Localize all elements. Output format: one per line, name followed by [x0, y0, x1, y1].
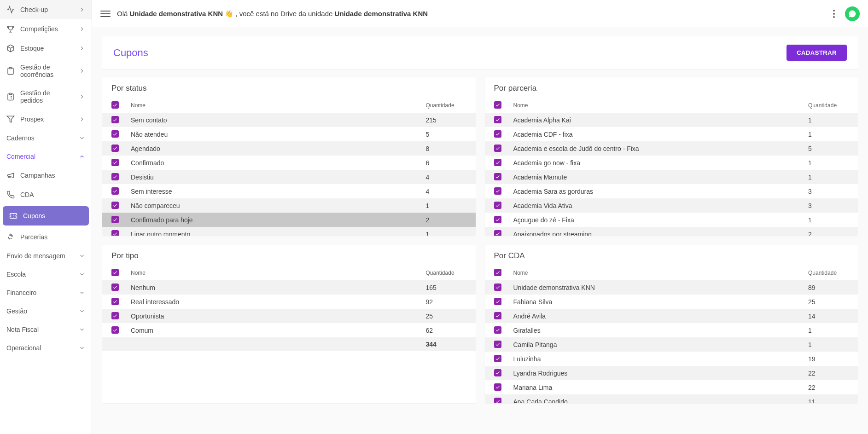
- sidebar-section-gest-o[interactable]: Gestão: [0, 302, 92, 320]
- row-checkbox[interactable]: [494, 187, 501, 195]
- row-checkbox[interactable]: [494, 145, 501, 152]
- table-row[interactable]: Confirmado para hoje2: [102, 213, 476, 227]
- page-header: Cupons CADASTRAR: [102, 36, 858, 69]
- sidebar-section-escola[interactable]: Escola: [0, 265, 92, 284]
- sidebar-item-parcerias[interactable]: Parcerias: [0, 227, 92, 247]
- row-qty: 215: [420, 113, 476, 127]
- checkbox-header[interactable]: [111, 101, 119, 109]
- row-checkbox[interactable]: [111, 159, 119, 166]
- sidebar-item-campanhas[interactable]: Campanhas: [0, 166, 92, 185]
- row-checkbox[interactable]: [494, 298, 501, 305]
- row-checkbox[interactable]: [494, 159, 501, 166]
- table-row[interactable]: Comum62: [102, 323, 476, 337]
- sidebar-item-cupons[interactable]: Cupons: [3, 206, 89, 226]
- whatsapp-icon[interactable]: [845, 6, 860, 21]
- table-row[interactable]: Não atendeu5: [102, 127, 476, 141]
- row-checkbox[interactable]: [494, 202, 501, 209]
- sidebar-item-estoque[interactable]: Estoque: [0, 39, 92, 58]
- table-row[interactable]: Ligar outro momento1: [102, 227, 476, 236]
- table-row[interactable]: Açougue do zé - Fixa1: [485, 213, 858, 227]
- row-checkbox[interactable]: [111, 187, 119, 195]
- row-checkbox[interactable]: [111, 173, 119, 180]
- sidebar-section-comercial[interactable]: Comercial: [0, 147, 92, 166]
- table-container-tipo[interactable]: Nome Quantidade Nenhum165Real interessad…: [102, 265, 476, 351]
- table-row[interactable]: Academia Sara as gorduras3: [485, 184, 858, 198]
- table-row[interactable]: Academia CDF - fixa1: [485, 127, 858, 141]
- table-row[interactable]: Apaixonados por streaming2: [485, 227, 858, 236]
- sidebar-section-nota-fiscal[interactable]: Nota Fiscal: [0, 320, 92, 339]
- table-row[interactable]: Desistiu4: [102, 170, 476, 184]
- row-checkbox[interactable]: [494, 173, 501, 180]
- row-checkbox[interactable]: [494, 116, 501, 123]
- table-row[interactable]: Academia Alpha Kai1: [485, 113, 858, 127]
- table-row[interactable]: Sem interesse4: [102, 184, 476, 198]
- row-checkbox[interactable]: [494, 398, 501, 403]
- sidebar-item-gest-o-de-pedidos[interactable]: Gestão de pedidos: [0, 84, 92, 110]
- checkbox-header[interactable]: [494, 101, 501, 109]
- row-checkbox[interactable]: [111, 116, 119, 123]
- table-row[interactable]: Fabiana Silva25: [485, 295, 858, 309]
- hamburger-menu-icon[interactable]: [100, 9, 111, 19]
- kebab-menu-icon[interactable]: [829, 10, 839, 18]
- table-row[interactable]: Luluzinha19: [485, 352, 858, 366]
- row-checkbox[interactable]: [111, 130, 119, 138]
- sidebar-section-envio-de-mensagem[interactable]: Envio de mensagem: [0, 247, 92, 265]
- table-row[interactable]: Ana Carla Candido11: [485, 394, 858, 403]
- row-checkbox[interactable]: [494, 312, 501, 319]
- row-checkbox[interactable]: [494, 341, 501, 348]
- sidebar-item-prospex[interactable]: Prospex: [0, 110, 92, 129]
- sidebar-item-label: Parcerias: [20, 233, 85, 241]
- row-checkbox[interactable]: [494, 230, 501, 236]
- sidebar-item-gest-o-de-ocorr-ncias[interactable]: Gestão de ocorrências: [0, 58, 92, 84]
- row-checkbox[interactable]: [494, 130, 501, 138]
- checkbox-header[interactable]: [111, 269, 119, 276]
- table-row[interactable]: Real interessado92: [102, 295, 476, 309]
- checkbox-header[interactable]: [494, 269, 501, 276]
- table-row[interactable]: Academia Mamute1: [485, 170, 858, 184]
- sidebar-item-check-up[interactable]: Check-up: [0, 0, 92, 19]
- sidebar-section-cadernos[interactable]: Cadernos: [0, 129, 92, 147]
- table-container-parceria[interactable]: Nome Quantidade Academia Alpha Kai1Acade…: [485, 98, 858, 236]
- table-row[interactable]: Unidade demonstrativa KNN89: [485, 280, 858, 295]
- row-checkbox[interactable]: [111, 230, 119, 236]
- table-row[interactable]: Não compareceu1: [102, 198, 476, 213]
- cadastrar-button[interactable]: CADASTRAR: [786, 45, 847, 61]
- table-row[interactable]: Girafalles1: [485, 323, 858, 337]
- row-qty: 19: [803, 352, 858, 366]
- row-checkbox[interactable]: [111, 202, 119, 209]
- row-checkbox[interactable]: [494, 383, 501, 391]
- row-checkbox[interactable]: [494, 355, 501, 362]
- row-checkbox[interactable]: [111, 312, 119, 319]
- row-qty: 14: [803, 309, 858, 323]
- table-row[interactable]: André Avila14: [485, 309, 858, 323]
- row-name: Academia Alpha Kai: [508, 113, 803, 127]
- megaphone-icon: [6, 171, 15, 179]
- table-row[interactable]: Confirmado6: [102, 156, 476, 170]
- row-checkbox[interactable]: [494, 284, 501, 291]
- row-checkbox[interactable]: [111, 145, 119, 152]
- table-row[interactable]: Camila Pitanga1: [485, 337, 858, 352]
- row-checkbox[interactable]: [111, 298, 119, 305]
- row-checkbox[interactable]: [494, 369, 501, 376]
- row-checkbox[interactable]: [111, 326, 119, 334]
- row-checkbox[interactable]: [494, 326, 501, 334]
- sidebar-item-cda[interactable]: CDA: [0, 185, 92, 204]
- table-row[interactable]: Academia e escola de Judô do centro - Fi…: [485, 141, 858, 156]
- row-checkbox[interactable]: [111, 216, 119, 223]
- table-row[interactable]: Mariana Lima22: [485, 380, 858, 394]
- table-row[interactable]: Sem contato215: [102, 113, 476, 127]
- table-row[interactable]: Nenhum165: [102, 280, 476, 295]
- sidebar-section-financeiro[interactable]: Financeiro: [0, 284, 92, 302]
- sidebar-section-operacional[interactable]: Operacional: [0, 339, 92, 357]
- row-checkbox[interactable]: [494, 216, 501, 223]
- table-row[interactable]: Lyandra Rodrigues22: [485, 366, 858, 380]
- ticket-icon: [9, 212, 17, 220]
- sidebar-item-competi-es[interactable]: Competições: [0, 19, 92, 39]
- table-container-cda[interactable]: Nome Quantidade Unidade demonstrativa KN…: [485, 265, 858, 403]
- row-checkbox[interactable]: [111, 284, 119, 291]
- table-row[interactable]: Academia Vida Ativa3: [485, 198, 858, 213]
- table-row[interactable]: Oportunista25: [102, 309, 476, 323]
- table-row[interactable]: Academia go now - fixa1: [485, 156, 858, 170]
- table-row[interactable]: Agendado8: [102, 141, 476, 156]
- table-container-status[interactable]: Nome Quantidade Sem contato215Não atende…: [102, 98, 476, 236]
